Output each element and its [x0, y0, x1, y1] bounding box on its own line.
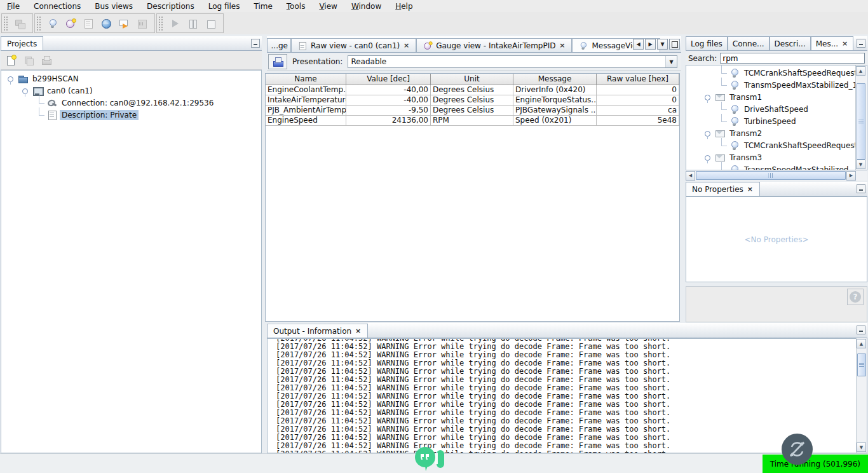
scrollbar-thumb[interactable] [857, 353, 866, 376]
close-icon[interactable] [559, 41, 566, 50]
gauge-view-button[interactable] [62, 15, 79, 32]
tab-output-information[interactable]: Output - Information [267, 324, 368, 338]
menu-item[interactable]: Descriptions [140, 1, 201, 11]
close-icon[interactable] [747, 185, 754, 193]
play-button[interactable] [166, 15, 184, 32]
print-view-button[interactable] [268, 54, 287, 69]
column-header[interactable]: Raw value [hex] [597, 74, 679, 85]
menu-item[interactable]: Time [247, 1, 279, 11]
help-button[interactable] [847, 289, 864, 305]
stop-button[interactable] [201, 15, 219, 32]
sync-disabled-button[interactable] [781, 433, 813, 465]
tree-handle[interactable] [718, 69, 727, 78]
tree-handle[interactable] [703, 153, 712, 162]
column-header[interactable]: Message [513, 74, 597, 85]
log-file-button[interactable] [79, 15, 97, 32]
vertical-scrollbar[interactable] [856, 338, 867, 453]
horizontal-scrollbar[interactable] [686, 170, 867, 181]
minimize-button[interactable] [857, 184, 865, 193]
tree-row[interactable]: TCMCrankShaftSpeedRequest [686, 67, 867, 79]
connections-button[interactable] [97, 15, 115, 32]
tree-row[interactable]: TransmSpeedMaxStabilized_1 [686, 79, 867, 91]
tree-handle[interactable] [718, 105, 727, 114]
tree-handle[interactable] [36, 99, 44, 107]
connect-button[interactable] [11, 15, 29, 32]
column-header[interactable]: Value [dec] [346, 74, 431, 85]
tree-row[interactable]: TurbineSpeed [686, 115, 867, 127]
send-frame-button[interactable] [115, 15, 133, 32]
tree-handle[interactable] [36, 111, 44, 120]
output-log[interactable]: [2017/07/26 11:04:52] WARNING Error whil… [267, 338, 867, 453]
tree-handle[interactable] [703, 93, 712, 102]
presentation-combobox[interactable]: Readable [348, 55, 677, 68]
copy-button[interactable] [20, 53, 37, 68]
menu-item[interactable]: Connections [27, 1, 88, 11]
tree-row[interactable]: Transm3 [686, 151, 867, 163]
scroll-tabs-right-button[interactable] [645, 39, 656, 50]
scroll-tabs-left-button[interactable] [633, 39, 644, 50]
tree-row[interactable]: TransmSpeedMaxStabilized [686, 163, 867, 170]
right-tab[interactable]: Conne... [728, 36, 770, 50]
menu-item[interactable]: Window [344, 1, 388, 11]
scroll-down-icon[interactable] [856, 160, 865, 169]
tree-row[interactable]: Transm1 [686, 91, 867, 103]
table-row[interactable]: EngineCoolantTemp...-40,00Degrees Celsiu… [266, 85, 679, 95]
tab-list-button[interactable] [657, 39, 668, 50]
right-tab[interactable]: Log files [686, 36, 728, 50]
statistics-button[interactable] [133, 15, 151, 32]
minimize-button[interactable] [857, 39, 865, 48]
tree-handle[interactable] [703, 129, 712, 138]
editor-tab[interactable]: ...ge [267, 38, 291, 52]
vertical-scrollbar[interactable] [855, 65, 866, 170]
tree-row[interactable]: TCMCrankShaftSpeedRequest_1 [686, 139, 867, 151]
tree-row[interactable]: Description: Private [1, 109, 261, 121]
editor-tab[interactable]: Gauge view - IntakeAirTempPID [416, 38, 572, 52]
right-tab[interactable]: Descri... [770, 36, 811, 50]
table-row[interactable]: IntakeAirTemperature-40,00Degrees Celsiu… [266, 95, 679, 106]
scrollbar-thumb[interactable] [696, 171, 846, 180]
scroll-up-icon[interactable] [857, 339, 866, 348]
editor-tab[interactable]: Raw view - can0 (can1) [291, 38, 416, 52]
maximize-button[interactable] [669, 39, 680, 50]
right-tab[interactable]: Mes... [811, 36, 853, 50]
tab-no-properties[interactable]: No Properties [686, 182, 760, 196]
tree-row[interactable]: DriveShaftSpeed [686, 103, 867, 115]
tree-handle[interactable] [718, 141, 727, 150]
tree-handle[interactable] [21, 86, 30, 95]
menu-item[interactable]: File [0, 1, 27, 11]
minimize-button[interactable] [857, 326, 865, 334]
menu-item[interactable]: View [312, 1, 344, 11]
chat-notification-icon[interactable] [414, 446, 444, 473]
search-input[interactable] [720, 53, 865, 64]
drag-handle-icon[interactable] [3, 16, 8, 31]
scroll-left-icon[interactable] [686, 171, 695, 181]
chevron-down-icon[interactable] [665, 56, 677, 67]
column-header[interactable]: Name [266, 74, 346, 85]
tree-handle[interactable] [718, 117, 727, 126]
tree-handle[interactable] [718, 165, 727, 171]
menu-item[interactable]: Log files [201, 1, 247, 11]
tree-row[interactable]: b299HSCAN [1, 72, 261, 85]
close-icon[interactable] [403, 41, 410, 50]
pause-button[interactable] [184, 15, 201, 32]
tree-row[interactable]: Transm2 [686, 127, 867, 139]
scrollbar-thumb[interactable] [857, 83, 865, 160]
scroll-up-icon[interactable] [856, 66, 865, 76]
menu-item[interactable]: Tools [280, 1, 313, 11]
tree-handle[interactable] [718, 81, 727, 90]
menu-item[interactable]: Help [388, 1, 419, 11]
tree-handle[interactable] [6, 74, 15, 83]
drag-handle-icon[interactable] [36, 16, 41, 31]
message-view-button[interactable] [44, 15, 62, 32]
scroll-right-icon[interactable] [846, 171, 856, 181]
new-project-button[interactable] [3, 53, 19, 68]
minimize-button[interactable] [251, 39, 260, 48]
tab-projects[interactable]: Projects [1, 36, 43, 50]
drag-handle-icon[interactable] [158, 16, 163, 31]
table-row[interactable]: PJB_AmbientAirTemp-9,50Degrees CelsiusPJ… [266, 106, 679, 116]
close-icon[interactable] [841, 39, 848, 48]
menu-item[interactable]: Bus views [88, 1, 140, 11]
print-button[interactable] [38, 53, 55, 68]
scroll-down-icon[interactable] [857, 442, 866, 452]
column-header[interactable]: Unit [431, 74, 513, 85]
